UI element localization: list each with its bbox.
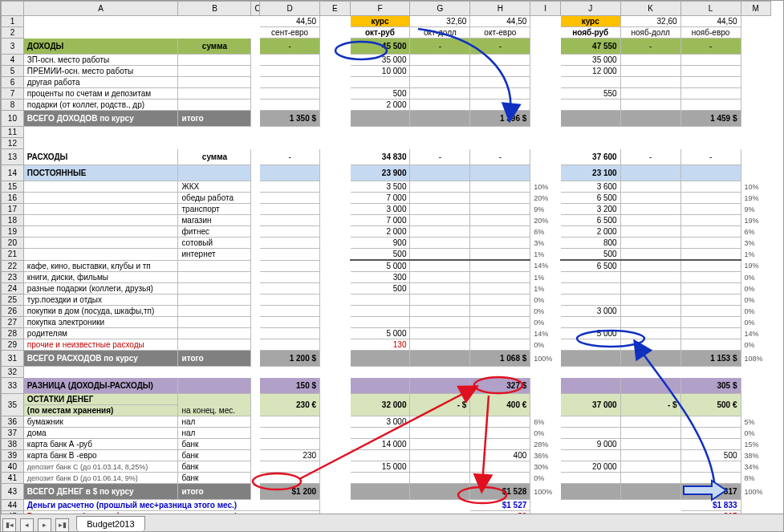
expense-header[interactable]: РАСХОДЫ (23, 149, 178, 165)
cell[interactable]: окт-евро (470, 27, 530, 39)
cell[interactable]: окт-руб (350, 27, 410, 39)
row-2[interactable]: 2 (2, 27, 24, 39)
income-header[interactable]: ДОХОДЫ (23, 39, 178, 55)
sheet-tab-bar: ▮◂ ◂ ▸ ▸▮ Budget2013 (1, 514, 783, 531)
cell[interactable]: сент-евро (260, 27, 320, 39)
cell[interactable]: 32,60 (620, 16, 680, 27)
cell[interactable]: нояб-руб (560, 27, 620, 39)
cell[interactable]: окт-долл (410, 27, 470, 39)
calc-money-row[interactable]: Деньги расчетно (прошлый мес+разница это… (23, 500, 319, 511)
cell[interactable]: 44,50 (260, 16, 320, 27)
cell[interactable]: 44,50 (470, 16, 530, 27)
balance-header[interactable]: ОСТАТКИ ДЕНЕГ (23, 394, 178, 405)
col-headers: ABCDEFGHIJKLM (2, 2, 771, 16)
cell[interactable]: курс (560, 16, 620, 27)
spreadsheet-grid[interactable]: ABCDEFGHIJKLM 144,50курс32,6044,50курс32… (1, 1, 771, 522)
tab-scroll-last[interactable]: ▸▮ (55, 518, 69, 532)
row-1[interactable]: 1 (2, 16, 24, 27)
difference-row[interactable]: РАЗНИЦА (ДОХОДЫ-РАСХОДЫ) (23, 378, 178, 394)
money-total[interactable]: ВСЕГО ДЕНЕГ в $ по курсу (23, 484, 178, 500)
tab-scroll-prev[interactable]: ◂ (20, 518, 34, 532)
tab-scroll-first[interactable]: ▮◂ (2, 518, 16, 532)
cell[interactable]: нояб-долл (620, 27, 680, 39)
sheet-tab-active[interactable]: Budget2013 (76, 516, 144, 531)
cell[interactable]: курс (350, 16, 410, 27)
cell[interactable]: нояб-евро (680, 27, 741, 39)
expense-total[interactable]: ВСЕГО РАСХОДОВ по курсу (23, 351, 178, 367)
income-total[interactable]: ВСЕГО ДОХОДОВ по курсу (23, 111, 178, 127)
cell[interactable]: 44,50 (680, 16, 741, 27)
tab-scroll-next[interactable]: ▸ (38, 518, 51, 532)
cell[interactable]: 32,60 (410, 16, 470, 27)
